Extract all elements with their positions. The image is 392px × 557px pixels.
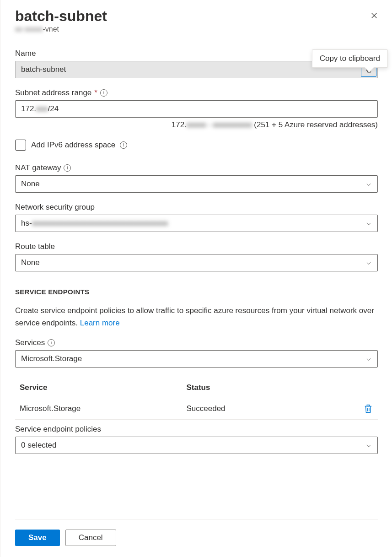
- ipv6-label: Add IPv6 address space: [31, 141, 127, 150]
- chevron-down-icon: [365, 356, 372, 362]
- close-icon: [370, 11, 378, 20]
- delete-endpoint-button[interactable]: [363, 404, 373, 414]
- table-row: Microsoft.Storage Succeeded: [15, 398, 378, 419]
- col-service: Service: [20, 383, 187, 392]
- nat-gateway-label: NAT gateway: [15, 163, 378, 173]
- info-icon[interactable]: [64, 164, 71, 172]
- service-endpoints-table: Service Status Microsoft.Storage Succeed…: [15, 378, 378, 420]
- chevron-down-icon: [365, 260, 372, 266]
- ipv6-checkbox[interactable]: [15, 140, 26, 151]
- nsg-select[interactable]: hs-xxxxxxxxxxxxxxxxxxxxxxxxxxxxxxxxxxx: [15, 215, 378, 232]
- trash-icon: [363, 404, 373, 414]
- info-icon[interactable]: [48, 339, 55, 346]
- services-select[interactable]: Microsoft.Storage: [15, 350, 378, 368]
- service-endpoints-description: Create service endpoint policies to allo…: [15, 305, 378, 329]
- address-range-label: Subnet address range *: [15, 88, 378, 97]
- service-endpoints-heading: SERVICE ENDPOINTS: [15, 288, 378, 296]
- chevron-down-icon: [365, 181, 372, 187]
- learn-more-link[interactable]: Learn more: [80, 319, 120, 327]
- nsg-label: Network security group: [15, 203, 378, 212]
- service-endpoint-policies-label: Service endpoint policies: [15, 420, 378, 434]
- route-table-select[interactable]: None: [15, 254, 378, 271]
- route-table-label: Route table: [15, 242, 378, 251]
- cell-service: Microsoft.Storage: [20, 404, 187, 413]
- chevron-down-icon: [365, 220, 372, 227]
- address-range-helper: 172.xxxxx - xxxxxxxxxx (251 + 5 Azure re…: [15, 120, 378, 130]
- service-endpoint-policies-select[interactable]: 0 selected: [15, 437, 378, 454]
- cell-status: Succeeded: [187, 404, 354, 413]
- address-range-input[interactable]: 172.xxx/24: [15, 100, 378, 118]
- copy-tooltip: Copy to clipboard: [312, 49, 388, 68]
- parent-resource: xx xxxxx-vnet: [15, 25, 378, 33]
- required-asterisk: *: [94, 88, 97, 97]
- nat-gateway-select[interactable]: None: [15, 175, 378, 193]
- info-icon[interactable]: [100, 89, 107, 97]
- close-button[interactable]: [369, 10, 380, 21]
- services-label: Services: [15, 338, 378, 347]
- cancel-button[interactable]: Cancel: [65, 530, 116, 546]
- chevron-down-icon: [365, 442, 372, 449]
- info-icon[interactable]: [120, 141, 127, 149]
- save-button[interactable]: Save: [15, 530, 60, 546]
- page-title: batch-subnet: [15, 8, 378, 24]
- col-status: Status: [187, 383, 354, 392]
